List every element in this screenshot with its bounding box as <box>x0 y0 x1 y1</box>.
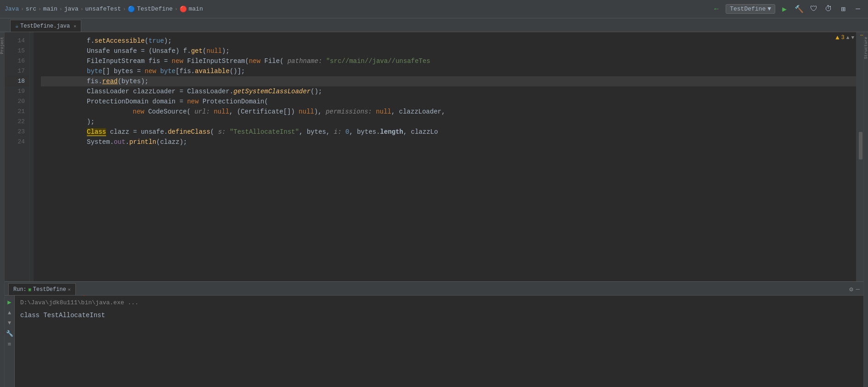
settings-icon[interactable]: ⚙ <box>849 285 853 293</box>
chevron-down-icon: ▼ <box>767 6 771 12</box>
sep4: › <box>80 6 84 12</box>
top-right-controls: ← TestDefine ▼ ▶ 🔨 🛡 ⏱ ⊞ ─ <box>711 4 863 15</box>
run-output-text: class TestAllocateInst <box>20 312 858 319</box>
ln-22: 22 <box>5 117 29 127</box>
breadcrumb-java[interactable]: Java <box>5 6 19 12</box>
line-17-code: byte[] bytes = new byte[fis.available()]… <box>87 66 245 76</box>
nav-up-btn[interactable]: ▲ <box>846 35 850 40</box>
code-line-16: FileInputStream fis = new FileInputStrea… <box>41 56 856 66</box>
ln-15: 15 <box>5 46 29 56</box>
code-line-23: Class clazz = unsafe.defineClass( s: "Te… <box>41 127 856 137</box>
breadcrumb-testdefine[interactable]: TestDefine <box>137 6 173 12</box>
code-editor[interactable]: f.setAccessible(true); Unsafe unsafe = (… <box>34 32 856 281</box>
warning-count-area: ▲ 3 ▲ ▼ <box>835 34 854 41</box>
breadcrumb: Java › src › main › java › unsafeTest › … <box>5 6 203 13</box>
profiler-button[interactable]: ⏱ <box>823 4 834 15</box>
scroll-up-icon[interactable]: ▲ <box>8 310 11 316</box>
scroll-thumb[interactable] <box>859 132 862 159</box>
ln-16: 16 <box>5 56 29 66</box>
breadcrumb-java2[interactable]: java <box>64 6 79 12</box>
code-line-21: new CodeSource( url: null, (Certificate[… <box>41 107 856 117</box>
ln-20: 20 <box>5 97 29 107</box>
code-gutter <box>30 32 34 281</box>
bottom-tab-bar: Run: ▣ TestDefine ✕ ⚙ ─ <box>5 282 863 296</box>
ln-21: 21 <box>5 107 29 117</box>
main-layout: Project ▲ 3 ▲ ▼ 14 15 16 17 18 19 <box>0 32 868 387</box>
line-24-code: System.out.println(clazz); <box>87 137 187 147</box>
line-22-code: ); <box>87 117 95 127</box>
build-button[interactable]: 🔨 <box>794 4 805 15</box>
code-container: ▲ 3 ▲ ▼ 14 15 16 17 18 19 20 21 22 23 <box>5 32 863 387</box>
structure-sidebar-label: Structure <box>864 37 868 59</box>
project-sidebar[interactable]: Project <box>0 32 5 387</box>
structure-sidebar[interactable]: Structure <box>863 32 868 387</box>
code-line-22: ); <box>41 117 856 127</box>
bottom-panel: Run: ▣ TestDefine ✕ ⚙ ─ ▶ ▲ ▼ <box>5 281 863 387</box>
line-14-code: f.setAccessible(true); <box>87 36 172 46</box>
sep3: › <box>59 6 62 12</box>
scroll-down-icon[interactable]: ▼ <box>8 320 11 326</box>
run-tab-label: TestDefine <box>33 286 66 293</box>
navigate-back-button[interactable]: ← <box>711 4 722 15</box>
run-command-text: D:\Java\jdk8u111\bin\java.exe ... <box>20 299 858 306</box>
line-16-code: FileInputStream fis = new FileInputStrea… <box>87 56 430 66</box>
scrollbar-area[interactable]: ─ <box>856 32 863 281</box>
line-19-code: ClassLoader clazzLoader = ClassLoader.ge… <box>87 86 322 97</box>
code-scroll: 14 15 16 17 18 19 20 21 22 23 24 <box>5 32 863 281</box>
breadcrumb-method-icon: 🔴 <box>180 6 187 13</box>
bottom-run-wrapper: D:\Java\jdk8u111\bin\java.exe ... class … <box>15 296 863 387</box>
ln-17: 17 <box>5 66 29 76</box>
minimize-button[interactable]: ─ <box>852 4 863 15</box>
line-23-code: Class clazz = unsafe.defineClass( s: "Te… <box>87 127 438 137</box>
breadcrumb-main[interactable]: main <box>43 6 57 12</box>
tab-java-icon: ☕ <box>15 23 18 29</box>
run-button[interactable]: ▶ <box>779 4 790 15</box>
warning-scroll-indicator: ─ <box>860 33 863 38</box>
run-config-selector[interactable]: TestDefine ▼ <box>726 4 775 14</box>
code-line-24: System.out.println(clazz); <box>41 137 856 147</box>
editor-area: ▲ 3 ▲ ▼ 14 15 16 17 18 19 20 21 22 23 <box>5 32 863 281</box>
bottom-run-area: D:\Java\jdk8u111\bin\java.exe ... class … <box>15 296 863 323</box>
top-bar: Java › src › main › java › unsafeTest › … <box>0 0 868 18</box>
code-line-20: ProtectionDomain domain = new Protection… <box>41 97 856 107</box>
warning-count: 3 <box>841 34 845 41</box>
code-line-18: fis.read(bytes); <box>41 76 856 86</box>
code-line-19: ClassLoader clazzLoader = ClassLoader.ge… <box>41 86 856 97</box>
bottom-tabs-left: Run: ▣ TestDefine ✕ <box>8 283 76 295</box>
ln-14: 14 <box>5 36 29 46</box>
nav-down-btn[interactable]: ▼ <box>851 35 854 40</box>
tab-label: TestDefine.java <box>20 23 70 29</box>
layout-button[interactable]: ⊞ <box>838 4 849 15</box>
breadcrumb-unsafetest[interactable]: unsafeTest <box>85 6 121 12</box>
tab-close-button[interactable]: ✕ <box>73 23 76 29</box>
tab-testdefine[interactable]: ☕ TestDefine.java ✕ <box>10 20 81 32</box>
sep2: › <box>38 6 41 12</box>
ln-24: 24 <box>5 137 29 147</box>
wrench-icon[interactable]: 🔧 <box>6 330 13 337</box>
tab-bar: ☕ TestDefine.java ✕ <box>0 18 868 32</box>
project-sidebar-label: Project <box>0 37 5 54</box>
breadcrumb-src[interactable]: src <box>26 6 36 12</box>
run-tab-close[interactable]: ✕ <box>68 287 71 292</box>
filter-icon[interactable]: ≡ <box>8 341 11 348</box>
run-tab[interactable]: Run: ▣ TestDefine ✕ <box>8 283 76 295</box>
run-label: Run: <box>13 286 27 293</box>
breadcrumb-icon: 🔵 <box>128 6 135 13</box>
ln-18: 18 <box>5 76 29 86</box>
line-20-code: ProtectionDomain domain = new Protection… <box>87 97 268 107</box>
sep5: › <box>123 6 126 12</box>
coverage-button[interactable]: 🛡 <box>808 4 819 15</box>
run-tab-icon: ▣ <box>28 287 31 292</box>
code-line-17: byte[] bytes = new byte[fis.available()]… <box>41 66 856 76</box>
code-line-15: Unsafe unsafe = (Unsafe) f.get(null); <box>41 46 856 56</box>
line-21-code: new CodeSource( url: null, (Certificate[… <box>133 107 445 117</box>
ln-23: 23 <box>5 127 29 137</box>
warning-icon: ▲ <box>835 34 839 41</box>
line-15-code: Unsafe unsafe = (Unsafe) f.get(null); <box>87 46 230 56</box>
bottom-left-sidebar: ▶ ▲ ▼ 🔧 ≡ <box>5 296 15 387</box>
minimize-panel-icon[interactable]: ─ <box>856 286 860 293</box>
run-config-label: TestDefine <box>730 6 766 12</box>
breadcrumb-main-method[interactable]: main <box>189 6 203 12</box>
play-bottom-icon[interactable]: ▶ <box>7 298 11 306</box>
code-line-14: f.setAccessible(true); <box>41 36 856 46</box>
